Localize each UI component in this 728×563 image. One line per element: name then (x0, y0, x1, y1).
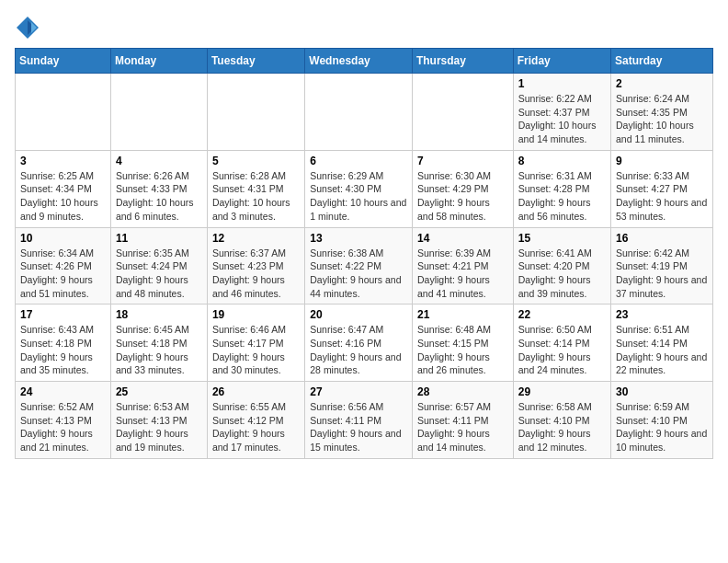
day-number: 19 (212, 308, 300, 321)
day-number: 17 (20, 308, 106, 321)
calendar-cell: 30Sunrise: 6:59 AMSunset: 4:10 PMDayligh… (611, 382, 713, 459)
day-info: Sunrise: 6:41 AMSunset: 4:20 PMDaylight:… (518, 247, 606, 301)
calendar-cell: 20Sunrise: 6:47 AMSunset: 4:16 PMDayligh… (305, 304, 413, 382)
day-header-thursday: Thursday (412, 49, 513, 74)
day-info: Sunrise: 6:51 AMSunset: 4:14 PMDaylight:… (616, 323, 708, 377)
day-number: 18 (116, 308, 202, 321)
calendar-cell: 7Sunrise: 6:30 AMSunset: 4:29 PMDaylight… (412, 150, 513, 227)
day-info: Sunrise: 6:58 AMSunset: 4:10 PMDaylight:… (518, 400, 606, 454)
calendar-cell (207, 74, 304, 151)
calendar-cell: 8Sunrise: 6:31 AMSunset: 4:28 PMDaylight… (513, 150, 610, 227)
day-info: Sunrise: 6:29 AMSunset: 4:30 PMDaylight:… (310, 169, 407, 224)
day-info: Sunrise: 6:45 AMSunset: 4:18 PMDaylight:… (116, 323, 202, 377)
day-info: Sunrise: 6:25 AMSunset: 4:34 PMDaylight:… (20, 169, 106, 224)
calendar-cell (16, 74, 111, 151)
day-number: 27 (310, 385, 407, 398)
calendar-week-3: 10Sunrise: 6:34 AMSunset: 4:26 PMDayligh… (16, 227, 713, 304)
calendar-cell: 26Sunrise: 6:55 AMSunset: 4:12 PMDayligh… (207, 382, 304, 459)
calendar-cell: 23Sunrise: 6:51 AMSunset: 4:14 PMDayligh… (611, 304, 713, 382)
calendar-cell: 25Sunrise: 6:53 AMSunset: 4:13 PMDayligh… (110, 382, 207, 459)
day-number: 6 (310, 155, 407, 167)
calendar-cell: 16Sunrise: 6:42 AMSunset: 4:19 PMDayligh… (611, 227, 713, 304)
day-header-saturday: Saturday (611, 49, 713, 74)
calendar-cell: 9Sunrise: 6:33 AMSunset: 4:27 PMDaylight… (611, 150, 713, 227)
day-number: 14 (417, 232, 508, 245)
day-number: 4 (116, 155, 202, 167)
calendar-cell: 3Sunrise: 6:25 AMSunset: 4:34 PMDaylight… (16, 150, 111, 227)
calendar-cell: 11Sunrise: 6:35 AMSunset: 4:24 PMDayligh… (110, 227, 207, 304)
day-number: 29 (518, 385, 606, 398)
page-header (15, 15, 713, 40)
calendar-cell (412, 74, 513, 151)
day-info: Sunrise: 6:53 AMSunset: 4:13 PMDaylight:… (116, 400, 202, 454)
calendar-week-4: 17Sunrise: 6:43 AMSunset: 4:18 PMDayligh… (16, 304, 713, 382)
calendar-cell (110, 74, 207, 151)
day-number: 23 (616, 308, 708, 321)
calendar-cell: 28Sunrise: 6:57 AMSunset: 4:11 PMDayligh… (412, 382, 513, 459)
calendar-week-2: 3Sunrise: 6:25 AMSunset: 4:34 PMDaylight… (16, 150, 713, 227)
day-number: 28 (417, 385, 508, 398)
day-info: Sunrise: 6:33 AMSunset: 4:27 PMDaylight:… (616, 169, 708, 224)
day-info: Sunrise: 6:48 AMSunset: 4:15 PMDaylight:… (417, 323, 508, 377)
day-info: Sunrise: 6:28 AMSunset: 4:31 PMDaylight:… (212, 169, 300, 224)
calendar-table: SundayMondayTuesdayWednesdayThursdayFrid… (15, 48, 713, 459)
logo (15, 15, 44, 40)
day-number: 10 (20, 232, 106, 245)
day-number: 1 (518, 77, 606, 90)
day-number: 22 (518, 308, 606, 321)
day-header-friday: Friday (513, 49, 610, 74)
calendar-cell: 6Sunrise: 6:29 AMSunset: 4:30 PMDaylight… (305, 150, 413, 227)
calendar-header-row: SundayMondayTuesdayWednesdayThursdayFrid… (16, 49, 713, 74)
calendar-cell: 17Sunrise: 6:43 AMSunset: 4:18 PMDayligh… (16, 304, 111, 382)
calendar-cell: 1Sunrise: 6:22 AMSunset: 4:37 PMDaylight… (513, 74, 610, 151)
day-info: Sunrise: 6:59 AMSunset: 4:10 PMDaylight:… (616, 400, 708, 454)
day-info: Sunrise: 6:42 AMSunset: 4:19 PMDaylight:… (616, 247, 708, 301)
day-number: 11 (116, 232, 202, 245)
day-number: 20 (310, 308, 407, 321)
day-info: Sunrise: 6:39 AMSunset: 4:21 PMDaylight:… (417, 247, 508, 301)
day-info: Sunrise: 6:56 AMSunset: 4:11 PMDaylight:… (310, 400, 407, 454)
day-number: 24 (20, 385, 106, 398)
day-header-tuesday: Tuesday (207, 49, 304, 74)
calendar-cell: 19Sunrise: 6:46 AMSunset: 4:17 PMDayligh… (207, 304, 304, 382)
day-number: 30 (616, 385, 708, 398)
day-number: 12 (212, 232, 300, 245)
day-number: 13 (310, 232, 407, 245)
day-info: Sunrise: 6:43 AMSunset: 4:18 PMDaylight:… (20, 323, 106, 377)
day-header-monday: Monday (110, 49, 207, 74)
day-number: 26 (212, 385, 300, 398)
day-number: 7 (417, 155, 508, 167)
calendar-cell: 5Sunrise: 6:28 AMSunset: 4:31 PMDaylight… (207, 150, 304, 227)
day-info: Sunrise: 6:34 AMSunset: 4:26 PMDaylight:… (20, 247, 106, 301)
logo-icon (15, 15, 40, 40)
day-number: 5 (212, 155, 300, 167)
calendar-cell: 27Sunrise: 6:56 AMSunset: 4:11 PMDayligh… (305, 382, 413, 459)
day-number: 15 (518, 232, 606, 245)
calendar-cell: 13Sunrise: 6:38 AMSunset: 4:22 PMDayligh… (305, 227, 413, 304)
day-info: Sunrise: 6:30 AMSunset: 4:29 PMDaylight:… (417, 169, 508, 224)
day-number: 25 (116, 385, 202, 398)
calendar-cell: 22Sunrise: 6:50 AMSunset: 4:14 PMDayligh… (513, 304, 610, 382)
day-info: Sunrise: 6:22 AMSunset: 4:37 PMDaylight:… (518, 92, 606, 146)
day-info: Sunrise: 6:52 AMSunset: 4:13 PMDaylight:… (20, 400, 106, 454)
day-info: Sunrise: 6:55 AMSunset: 4:12 PMDaylight:… (212, 400, 300, 454)
calendar-cell: 15Sunrise: 6:41 AMSunset: 4:20 PMDayligh… (513, 227, 610, 304)
day-info: Sunrise: 6:24 AMSunset: 4:35 PMDaylight:… (616, 92, 708, 146)
day-number: 16 (616, 232, 708, 245)
calendar-cell: 2Sunrise: 6:24 AMSunset: 4:35 PMDaylight… (611, 74, 713, 151)
calendar-cell: 29Sunrise: 6:58 AMSunset: 4:10 PMDayligh… (513, 382, 610, 459)
day-info: Sunrise: 6:37 AMSunset: 4:23 PMDaylight:… (212, 247, 300, 301)
day-info: Sunrise: 6:38 AMSunset: 4:22 PMDaylight:… (310, 247, 407, 301)
day-header-wednesday: Wednesday (305, 49, 413, 74)
day-number: 3 (20, 155, 106, 167)
calendar-cell: 4Sunrise: 6:26 AMSunset: 4:33 PMDaylight… (110, 150, 207, 227)
day-info: Sunrise: 6:35 AMSunset: 4:24 PMDaylight:… (116, 247, 202, 301)
calendar-cell: 12Sunrise: 6:37 AMSunset: 4:23 PMDayligh… (207, 227, 304, 304)
day-info: Sunrise: 6:26 AMSunset: 4:33 PMDaylight:… (116, 169, 202, 224)
calendar-cell: 14Sunrise: 6:39 AMSunset: 4:21 PMDayligh… (412, 227, 513, 304)
day-header-sunday: Sunday (16, 49, 111, 74)
day-info: Sunrise: 6:31 AMSunset: 4:28 PMDaylight:… (518, 169, 606, 224)
day-info: Sunrise: 6:50 AMSunset: 4:14 PMDaylight:… (518, 323, 606, 377)
calendar-cell: 24Sunrise: 6:52 AMSunset: 4:13 PMDayligh… (16, 382, 111, 459)
day-number: 21 (417, 308, 508, 321)
